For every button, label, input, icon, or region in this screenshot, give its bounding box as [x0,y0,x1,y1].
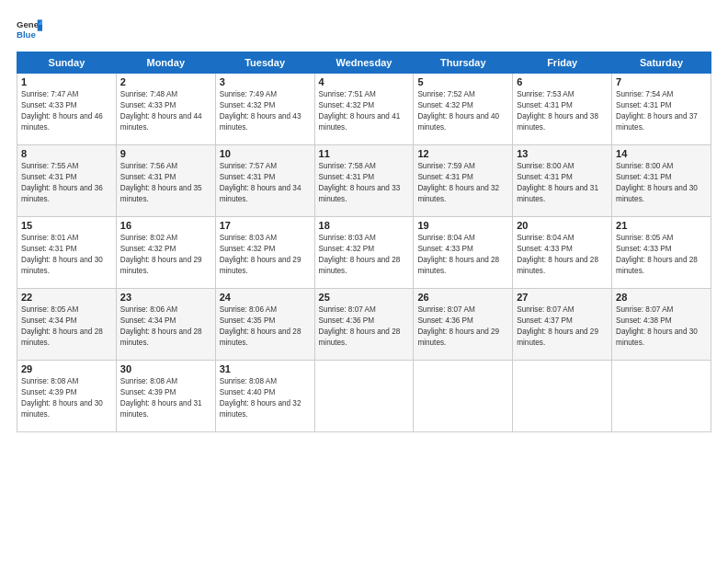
calendar: SundayMondayTuesdayWednesdayThursdayFrid… [17,52,711,432]
day-info: Sunrise: 7:58 AM Sunset: 4:31 PM Dayligh… [319,161,410,205]
day-number: 17 [220,220,311,231]
daylight: Daylight: 8 hours and 40 minutes. [417,112,499,132]
sunset: Sunset: 4:39 PM [21,388,77,396]
sunrise: Sunrise: 7:52 AM [417,90,474,98]
calendar-cell: 29 Sunrise: 8:08 AM Sunset: 4:39 PM Dayl… [17,361,117,432]
weekday-header-friday: Friday [513,52,612,74]
calendar-cell: 1 Sunrise: 7:47 AM Sunset: 4:33 PM Dayli… [17,74,117,145]
calendar-week-2: 8 Sunrise: 7:55 AM Sunset: 4:31 PM Dayli… [17,145,711,217]
sunset: Sunset: 4:31 PM [517,173,573,181]
sunrise: Sunrise: 7:51 AM [319,90,376,98]
calendar-cell: 25 Sunrise: 8:07 AM Sunset: 4:36 PM Dayl… [314,289,414,361]
day-number: 11 [319,148,410,159]
weekday-header-monday: Monday [116,52,215,74]
sunset: Sunset: 4:38 PM [616,316,672,325]
page: General Blue SundayMondayTuesdayWednesda… [0,0,728,563]
calendar-cell: 24 Sunrise: 8:06 AM Sunset: 4:35 PM Dayl… [215,289,314,361]
calendar-cell: 15 Sunrise: 8:01 AM Sunset: 4:31 PM Dayl… [17,217,117,289]
calendar-cell: 7 Sunrise: 7:54 AM Sunset: 4:31 PM Dayli… [612,74,711,145]
calendar-cell: 23 Sunrise: 8:06 AM Sunset: 4:34 PM Dayl… [116,289,215,361]
day-number: 23 [120,292,211,303]
sunset: Sunset: 4:31 PM [120,173,176,181]
calendar-cell: 14 Sunrise: 8:00 AM Sunset: 4:31 PM Dayl… [612,145,711,217]
day-info: Sunrise: 7:57 AM Sunset: 4:31 PM Dayligh… [220,161,311,205]
sunrise: Sunrise: 8:04 AM [417,234,474,242]
calendar-cell: 3 Sunrise: 7:49 AM Sunset: 4:32 PM Dayli… [215,74,314,145]
calendar-cell: 22 Sunrise: 8:05 AM Sunset: 4:34 PM Dayl… [17,289,117,361]
sunrise: Sunrise: 8:08 AM [21,377,78,385]
sunrise: Sunrise: 7:49 AM [220,90,277,98]
calendar-cell: 6 Sunrise: 7:53 AM Sunset: 4:31 PM Dayli… [513,74,612,145]
day-info: Sunrise: 8:00 AM Sunset: 4:31 PM Dayligh… [517,161,608,205]
logo: General Blue [17,17,48,42]
day-number: 3 [220,76,311,87]
day-info: Sunrise: 7:48 AM Sunset: 4:33 PM Dayligh… [120,89,211,133]
calendar-cell: 4 Sunrise: 7:51 AM Sunset: 4:32 PM Dayli… [314,74,414,145]
sunrise: Sunrise: 7:57 AM [220,162,277,170]
sunset: Sunset: 4:31 PM [21,245,77,253]
daylight: Daylight: 8 hours and 34 minutes. [220,184,301,203]
sunrise: Sunrise: 8:08 AM [120,377,177,385]
calendar-cell [414,361,513,432]
sunrise: Sunrise: 8:06 AM [120,305,177,314]
daylight: Daylight: 8 hours and 43 minutes. [220,112,301,132]
day-info: Sunrise: 7:54 AM Sunset: 4:31 PM Dayligh… [616,89,707,133]
day-info: Sunrise: 8:03 AM Sunset: 4:32 PM Dayligh… [319,233,410,277]
day-info: Sunrise: 8:08 AM Sunset: 4:39 PM Dayligh… [21,376,112,420]
calendar-cell: 19 Sunrise: 8:04 AM Sunset: 4:33 PM Dayl… [414,217,513,289]
sunrise: Sunrise: 8:01 AM [21,234,78,242]
sunset: Sunset: 4:32 PM [120,245,176,253]
sunrise: Sunrise: 7:53 AM [517,90,574,98]
daylight: Daylight: 8 hours and 28 minutes. [319,327,401,347]
day-number: 21 [616,220,707,231]
calendar-cell: 12 Sunrise: 7:59 AM Sunset: 4:31 PM Dayl… [414,145,513,217]
day-info: Sunrise: 7:49 AM Sunset: 4:32 PM Dayligh… [220,89,311,133]
calendar-cell: 9 Sunrise: 7:56 AM Sunset: 4:31 PM Dayli… [116,145,215,217]
calendar-cell: 27 Sunrise: 8:07 AM Sunset: 4:37 PM Dayl… [513,289,612,361]
day-info: Sunrise: 7:52 AM Sunset: 4:32 PM Dayligh… [417,89,508,133]
day-number: 25 [319,292,410,303]
daylight: Daylight: 8 hours and 33 minutes. [319,184,401,203]
sunrise: Sunrise: 8:02 AM [120,234,177,242]
day-info: Sunrise: 7:53 AM Sunset: 4:31 PM Dayligh… [517,89,608,133]
header: General Blue [17,17,711,42]
sunrise: Sunrise: 7:47 AM [21,90,78,98]
weekday-header-tuesday: Tuesday [215,52,314,74]
daylight: Daylight: 8 hours and 32 minutes. [220,399,301,419]
calendar-cell: 2 Sunrise: 7:48 AM Sunset: 4:33 PM Dayli… [116,74,215,145]
sunrise: Sunrise: 8:06 AM [220,305,277,314]
daylight: Daylight: 8 hours and 35 minutes. [120,184,202,203]
sunrise: Sunrise: 7:59 AM [417,162,474,170]
sunrise: Sunrise: 8:00 AM [517,162,574,170]
daylight: Daylight: 8 hours and 37 minutes. [616,112,698,132]
day-info: Sunrise: 8:03 AM Sunset: 4:32 PM Dayligh… [220,233,311,277]
daylight: Daylight: 8 hours and 29 minutes. [120,256,202,275]
sunrise: Sunrise: 8:08 AM [220,377,277,385]
day-number: 30 [120,363,211,374]
day-number: 31 [220,363,311,374]
calendar-cell: 26 Sunrise: 8:07 AM Sunset: 4:36 PM Dayl… [414,289,513,361]
weekday-header-saturday: Saturday [612,52,711,74]
day-number: 28 [616,292,707,303]
sunset: Sunset: 4:34 PM [21,316,77,325]
sunset: Sunset: 4:36 PM [417,316,473,325]
calendar-cell: 30 Sunrise: 8:08 AM Sunset: 4:39 PM Dayl… [116,361,215,432]
sunrise: Sunrise: 7:48 AM [120,90,177,98]
day-number: 13 [517,148,608,159]
day-number: 2 [120,76,211,87]
sunrise: Sunrise: 7:58 AM [319,162,376,170]
sunrise: Sunrise: 7:55 AM [21,162,78,170]
day-number: 19 [417,220,508,231]
day-number: 24 [220,292,311,303]
sunrise: Sunrise: 8:03 AM [319,234,376,242]
calendar-cell: 18 Sunrise: 8:03 AM Sunset: 4:32 PM Dayl… [314,217,414,289]
sunset: Sunset: 4:31 PM [517,101,573,109]
day-info: Sunrise: 7:56 AM Sunset: 4:31 PM Dayligh… [120,161,211,205]
daylight: Daylight: 8 hours and 29 minutes. [517,327,598,347]
day-info: Sunrise: 8:04 AM Sunset: 4:33 PM Dayligh… [517,233,608,277]
daylight: Daylight: 8 hours and 30 minutes. [616,327,698,347]
daylight: Daylight: 8 hours and 30 minutes. [21,256,103,275]
sunset: Sunset: 4:33 PM [517,245,573,253]
calendar-week-3: 15 Sunrise: 8:01 AM Sunset: 4:31 PM Dayl… [17,217,711,289]
daylight: Daylight: 8 hours and 32 minutes. [417,184,499,203]
